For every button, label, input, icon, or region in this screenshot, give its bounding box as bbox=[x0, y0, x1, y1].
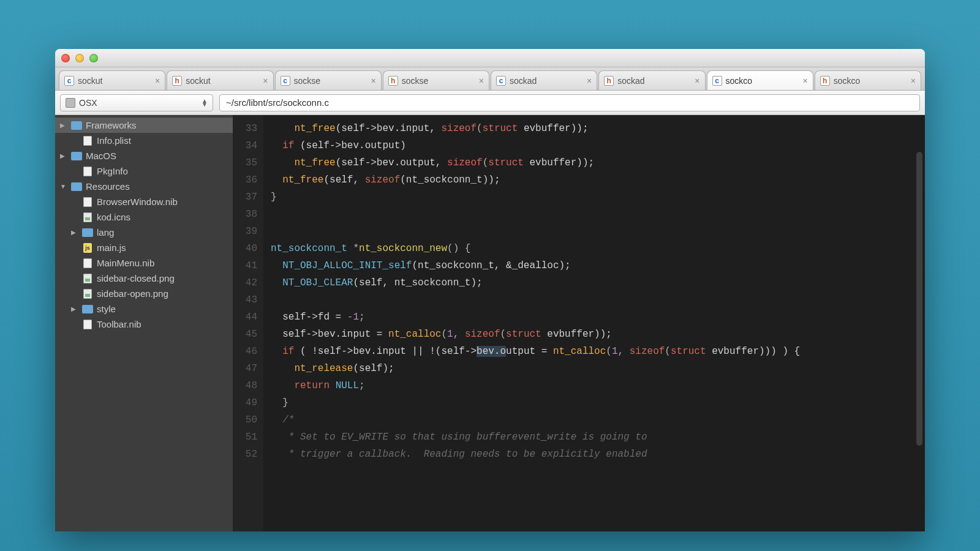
token: (nt_sockconn_t)); bbox=[400, 174, 500, 186]
c-file-icon: c bbox=[496, 76, 506, 86]
tab-close-icon[interactable]: × bbox=[803, 76, 808, 86]
token: NT_OBJ_CLEAR bbox=[282, 277, 353, 288]
code-line[interactable]: nt_sockconn_t *nt_sockconn_new() { bbox=[271, 240, 918, 257]
tab-sockut-c[interactable]: csockut× bbox=[59, 70, 165, 90]
token bbox=[271, 363, 294, 374]
tree-item-resources[interactable]: ▼Resources bbox=[55, 179, 233, 194]
code-line[interactable] bbox=[271, 223, 918, 240]
code-line[interactable] bbox=[271, 206, 918, 223]
tree-item-mainmenu-nib[interactable]: MainMenu.nib bbox=[55, 255, 233, 271]
tab-close-icon[interactable]: × bbox=[911, 76, 916, 86]
line-number: 43 bbox=[233, 291, 257, 309]
tab-sockco-h[interactable]: hsockco× bbox=[815, 70, 921, 90]
minimize-window-button[interactable] bbox=[75, 54, 84, 62]
tree-item-label: main.js bbox=[97, 242, 126, 253]
c-file-icon: c bbox=[712, 76, 722, 86]
code-content[interactable]: nt_free(self->bev.input, sizeof(struct e… bbox=[263, 115, 925, 531]
tree-item-macos[interactable]: ▶MacOS bbox=[55, 148, 233, 163]
token: (self, nt_sockconn_t); bbox=[353, 277, 482, 288]
token: nt_release bbox=[294, 363, 353, 374]
line-gutter: 3334353637383940414243444546474849505152 bbox=[233, 115, 263, 531]
code-line[interactable]: NT_OBJ_ALLOC_INIT_self(nt_sockconn_t, &_… bbox=[271, 257, 918, 274]
tab-sockad-c[interactable]: csockad× bbox=[491, 70, 597, 90]
code-line[interactable]: * trigger a callback. Reading needs to b… bbox=[271, 446, 918, 463]
device-selector[interactable]: OSX ▲▼ bbox=[60, 94, 213, 111]
path-input[interactable] bbox=[219, 94, 920, 111]
tree-item-style[interactable]: ▶style bbox=[55, 301, 233, 317]
code-line[interactable]: NT_OBJ_CLEAR(self, nt_sockconn_t); bbox=[271, 274, 918, 291]
disclosure-arrow-icon[interactable]: ▶ bbox=[60, 152, 67, 159]
code-line[interactable]: } bbox=[271, 394, 918, 411]
code-line[interactable]: self->bev.input = nt_calloc(1, sizeof(st… bbox=[271, 326, 918, 343]
token: sizeof bbox=[447, 157, 483, 168]
code-line[interactable]: self->fd = -1; bbox=[271, 309, 918, 326]
tab-sockut-h[interactable]: hsockut× bbox=[167, 70, 273, 90]
token bbox=[271, 174, 282, 186]
token: evbuffer)); bbox=[524, 157, 594, 168]
tree-item-pkginfo[interactable]: PkgInfo bbox=[55, 163, 233, 179]
tab-sockad-h[interactable]: hsockad× bbox=[598, 70, 705, 90]
tree-item-label: kod.icns bbox=[97, 212, 130, 222]
tree-item-info-plist[interactable]: Info.plist bbox=[55, 133, 233, 148]
app-window: csockut×hsockut×csockse×hsockse×csockad×… bbox=[55, 49, 925, 531]
tab-sockse-c[interactable]: csockse× bbox=[275, 70, 382, 90]
tab-label: sockco bbox=[834, 76, 907, 86]
line-number: 36 bbox=[233, 171, 257, 189]
tree-item-label: Frameworks bbox=[86, 120, 137, 130]
token: 1 bbox=[612, 346, 618, 357]
tab-close-icon[interactable]: × bbox=[695, 76, 699, 86]
file-icon bbox=[82, 320, 93, 329]
file-icon bbox=[82, 167, 93, 176]
h-file-icon: h bbox=[388, 76, 398, 86]
tree-item-sidebar-closed-png[interactable]: sidebar-closed.png bbox=[55, 271, 233, 286]
tree-item-kod-icns[interactable]: kod.icns bbox=[55, 209, 233, 225]
code-line[interactable]: nt_free(self->bev.input, sizeof(struct e… bbox=[271, 120, 918, 137]
code-line[interactable]: * Set to EV_WRITE so that using bufferev… bbox=[271, 429, 918, 446]
stepper-icon[interactable]: ▲▼ bbox=[202, 99, 208, 107]
disclosure-arrow-icon[interactable]: ▼ bbox=[60, 183, 67, 190]
tab-close-icon[interactable]: × bbox=[155, 76, 160, 86]
tab-close-icon[interactable]: × bbox=[263, 76, 268, 86]
tab-close-icon[interactable]: × bbox=[479, 76, 484, 86]
token: ( bbox=[665, 346, 671, 357]
tree-item-toolbar-nib[interactable]: Toolbar.nib bbox=[55, 317, 233, 332]
token: return bbox=[294, 380, 330, 391]
disclosure-arrow-icon[interactable]: ▶ bbox=[71, 305, 78, 312]
token: , bbox=[618, 346, 630, 357]
disclosure-arrow-icon[interactable]: ▶ bbox=[60, 122, 67, 129]
disclosure-arrow-icon[interactable]: ▶ bbox=[71, 229, 78, 236]
folder-icon bbox=[82, 228, 93, 237]
token: sizeof bbox=[465, 329, 500, 340]
token: () { bbox=[447, 243, 470, 254]
close-window-button[interactable] bbox=[61, 54, 70, 62]
tree-item-main-js[interactable]: jsmain.js bbox=[55, 240, 233, 255]
code-line[interactable]: nt_free(self->bev.output, sizeof(struct … bbox=[271, 154, 918, 171]
code-line[interactable]: /* bbox=[271, 411, 918, 429]
code-line[interactable]: nt_release(self); bbox=[271, 360, 918, 377]
tab-close-icon[interactable]: × bbox=[587, 76, 592, 86]
file-tree-sidebar[interactable]: ▶FrameworksInfo.plist▶MacOSPkgInfo▼Resou… bbox=[55, 115, 233, 531]
tab-close-icon[interactable]: × bbox=[371, 76, 376, 86]
line-number: 49 bbox=[233, 394, 257, 411]
code-line[interactable]: } bbox=[271, 189, 918, 206]
tree-item-sidebar-open-png[interactable]: sidebar-open.png bbox=[55, 286, 233, 301]
line-number: 51 bbox=[233, 429, 257, 446]
js-file-icon: js bbox=[82, 243, 93, 252]
tab-label: sockad bbox=[510, 76, 583, 86]
tree-item-lang[interactable]: ▶lang bbox=[55, 225, 233, 240]
token: if bbox=[282, 346, 294, 357]
zoom-window-button[interactable] bbox=[89, 54, 98, 62]
code-editor[interactable]: 3334353637383940414243444546474849505152… bbox=[233, 115, 925, 531]
titlebar[interactable] bbox=[55, 49, 925, 67]
tree-item-browserwindow-nib[interactable]: BrowserWindow.nib bbox=[55, 194, 233, 209]
tab-sockco-c[interactable]: csockco× bbox=[707, 70, 813, 90]
code-line[interactable]: if ( !self->bev.input || !(self->bev.out… bbox=[271, 343, 918, 360]
code-line[interactable]: return NULL; bbox=[271, 377, 918, 394]
token bbox=[271, 260, 282, 271]
scrollbar-thumb[interactable] bbox=[916, 152, 922, 446]
tree-item-frameworks[interactable]: ▶Frameworks bbox=[55, 118, 233, 133]
code-line[interactable]: nt_free(self, sizeof(nt_sockconn_t)); bbox=[271, 171, 918, 189]
code-line[interactable] bbox=[271, 291, 918, 309]
tab-sockse-h[interactable]: hsockse× bbox=[383, 70, 489, 90]
code-line[interactable]: if (self->bev.output) bbox=[271, 137, 918, 154]
